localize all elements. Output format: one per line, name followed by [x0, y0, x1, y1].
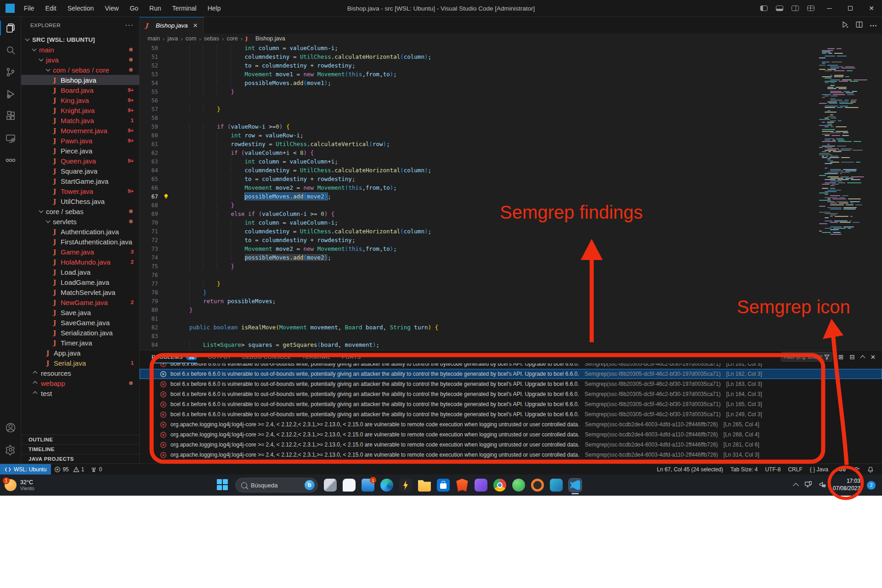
tree-item-matchservlet-java[interactable]: JMatchServlet.java: [21, 287, 139, 297]
tree-item-match-java[interactable]: JMatch.java1: [21, 115, 139, 125]
breadcrumb-item[interactable]: Bishop.java: [255, 35, 285, 42]
search-icon[interactable]: [0, 39, 21, 61]
menu-go[interactable]: Go: [125, 3, 143, 14]
minimize-button[interactable]: [819, 0, 840, 17]
code-line-53[interactable]: 53 Movement move1 = new Movement(this,fr…: [140, 70, 882, 79]
sidebar-section-java-projects[interactable]: JAVA PROJECTS: [21, 454, 139, 464]
code-line-74[interactable]: 74 possibleMoves.add(move2);: [140, 253, 882, 262]
remote-explorer-icon[interactable]: [0, 127, 21, 149]
code-line-60[interactable]: 60 int row = valueRow-i;: [140, 131, 882, 140]
problem-row[interactable]: org.apache.logging.log4j:log4j-core >= 2…: [140, 430, 882, 440]
menu-help[interactable]: Help: [203, 3, 226, 14]
close-tab-icon[interactable]: ✕: [193, 22, 198, 29]
code-line-55[interactable]: 55 }: [140, 87, 882, 96]
tree-item-authentication-java[interactable]: JAuthentication.java: [21, 226, 139, 237]
breadcrumb-item[interactable]: sebas: [204, 35, 219, 42]
problems-filter-input[interactable]: Filter (e.g. text, **/*.ts, !**/node_mod…: [781, 352, 832, 362]
split-editor-icon[interactable]: [855, 21, 863, 30]
task-view-icon[interactable]: [324, 479, 337, 492]
menu-selection[interactable]: Selection: [63, 3, 99, 14]
tree-item-servlets[interactable]: servlets: [21, 216, 139, 226]
tree-item-com-sebas-core[interactable]: com / sebas / core: [21, 65, 139, 75]
breadcrumb[interactable]: main›java›com›sebas›core›JBishop.java: [140, 34, 882, 44]
encoding[interactable]: UTF-8: [761, 466, 784, 473]
vscode-icon[interactable]: [569, 479, 582, 492]
code-line-73[interactable]: 73 Movement move2 = new Movement(this,fr…: [140, 244, 882, 253]
breadcrumb-item[interactable]: java: [167, 35, 178, 42]
customize-layout-icon[interactable]: [807, 6, 814, 11]
code-editor[interactable]: 50 int column = valueColumn-i;51 columnd…: [140, 44, 882, 350]
code-line-79[interactable]: 79 return possibleMoves;: [140, 297, 882, 305]
tree-item-knight-java[interactable]: JKnight.java9+: [21, 105, 139, 115]
code-line-52[interactable]: 52 to = columndestiny + rowdestiny;: [140, 61, 882, 70]
code-line-81[interactable]: 81: [140, 314, 882, 323]
tree-item-game-java[interactable]: JGame.java3: [21, 247, 139, 257]
tree-item-core-sebas[interactable]: core / sebas: [21, 206, 139, 216]
code-line-72[interactable]: 72 to = columndestiny + rowdestiny;: [140, 236, 882, 244]
menu-file[interactable]: File: [19, 3, 39, 14]
remote-indicator[interactable]: WSL: Ubuntu: [0, 464, 51, 475]
tree-item-bishop-java[interactable]: JBishop.java: [21, 75, 139, 85]
tree-item-startgame-java[interactable]: JStartGame.java: [21, 176, 139, 186]
tree-item-main[interactable]: main: [21, 45, 139, 55]
tree-item-movement-java[interactable]: JMovement.java9+: [21, 125, 139, 136]
tree-item-test[interactable]: test: [21, 388, 139, 398]
account-icon[interactable]: [0, 417, 21, 439]
code-line-64[interactable]: 64 columndestiny = UtilChess.calculateHo…: [140, 166, 882, 175]
mail-icon[interactable]: 1: [362, 479, 374, 492]
maximize-button[interactable]: [840, 0, 861, 17]
code-line-80[interactable]: 80 }: [140, 305, 882, 314]
more-actions-icon[interactable]: ⋯: [870, 21, 877, 30]
minimap[interactable]: [817, 45, 860, 284]
problems-summary[interactable]: 95 1: [51, 464, 87, 475]
code-line-63[interactable]: 63 int column = valueColumn+i;: [140, 157, 882, 166]
code-line-70[interactable]: 70 int column = valueColumn-i;: [140, 218, 882, 227]
tree-item-app-java[interactable]: JApp.java: [21, 348, 139, 358]
tree-item-resources[interactable]: resources: [21, 368, 139, 378]
tree-item-queen-java[interactable]: JQueen.java9+: [21, 156, 139, 166]
edge-icon[interactable]: [380, 479, 393, 492]
volume-muted-icon[interactable]: [819, 481, 826, 490]
tree-item-java[interactable]: java: [21, 55, 139, 65]
tree-item-src-wsl-ubuntu-[interactable]: SRC [WSL: UBUNTU]: [21, 34, 139, 45]
panel-tab-terminal[interactable]: TERMINAL: [302, 351, 331, 363]
folder-icon[interactable]: [418, 479, 431, 492]
tree-item-pawn-java[interactable]: JPawn.java9+: [21, 136, 139, 146]
source-control-icon[interactable]: [0, 61, 21, 83]
code-line-65[interactable]: 65 to = columndestiny + rowdestiny;: [140, 175, 882, 183]
ports-indicator[interactable]: 0: [87, 464, 105, 475]
problem-row[interactable]: org.apache.logging.log4j:log4j-core >= 2…: [140, 460, 882, 464]
code-line-68[interactable]: 68 }: [140, 201, 882, 209]
tree-item-holamundo-java[interactable]: JHolaMundo.java2: [21, 257, 139, 267]
run-java-icon[interactable]: [841, 21, 849, 30]
code-line-71[interactable]: 71 columndestiny = UtilChess.calculateHo…: [140, 227, 882, 236]
code-line-76[interactable]: 76: [140, 271, 882, 279]
tree-item-save-java[interactable]: JSave.java: [21, 307, 139, 317]
panel-tab-problems[interactable]: PROBLEMS96: [152, 351, 197, 363]
clock[interactable]: 17:03 07/08/2023: [833, 478, 860, 492]
tree-item-piece-java[interactable]: JPiece.java: [21, 146, 139, 156]
code-line-59[interactable]: 59 if (valueRow-i >=0) {: [140, 122, 882, 131]
tree-item-king-java[interactable]: JKing.java9+: [21, 95, 139, 105]
breadcrumb-item[interactable]: core: [226, 35, 237, 42]
media-app-icon[interactable]: [550, 479, 563, 492]
toggle-secondary-sidebar-icon[interactable]: [792, 6, 799, 11]
explorer-icon[interactable]: [0, 17, 21, 39]
close-button[interactable]: ✕: [861, 0, 882, 17]
menu-view[interactable]: View: [100, 3, 123, 14]
notifications-bell-icon[interactable]: [864, 466, 877, 473]
chat-icon[interactable]: [343, 479, 356, 492]
explorer-more-actions-icon[interactable]: ···: [125, 21, 134, 29]
notification-count-badge[interactable]: 2: [867, 481, 876, 490]
problem-row[interactable]: bcel 6.x before 6.6.0 is vulnerable to o…: [140, 389, 882, 399]
tray-chevron-icon[interactable]: [793, 483, 799, 489]
tree-item-board-java[interactable]: JBoard.java9+: [21, 85, 139, 95]
collapse-all-icon[interactable]: ⊟: [849, 353, 854, 361]
code-line-50[interactable]: 50 int column = valueColumn-i;: [140, 44, 882, 52]
code-line-62[interactable]: 62 if (valueColumn+i < 8) {: [140, 148, 882, 157]
view-as-table-icon[interactable]: ⊞: [838, 353, 843, 361]
cursor-position[interactable]: Ln 67, Col 45 (24 selected): [653, 466, 727, 473]
tree-item-tower-java[interactable]: JTower.java9+: [21, 186, 139, 196]
tree-item-square-java[interactable]: JSquare.java: [21, 166, 139, 176]
orange-ring-icon[interactable]: [531, 479, 544, 492]
